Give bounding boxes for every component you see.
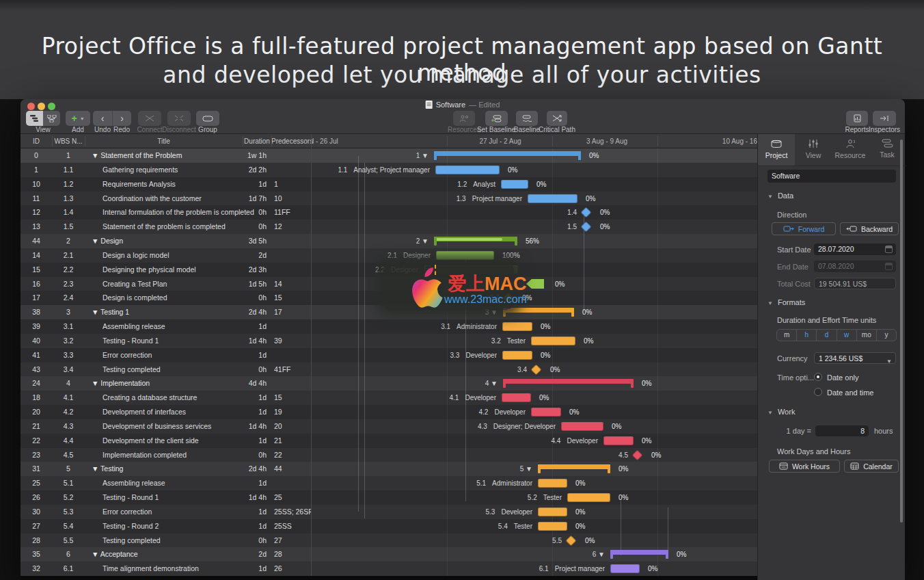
close-window-button[interactable]: [27, 103, 35, 110]
task-row[interactable]: 285.5Testing completed0h27: [21, 533, 757, 548]
inspector-scrollbar[interactable]: [900, 140, 903, 523]
gantt-bar-1.2[interactable]: [501, 180, 528, 189]
task-bars-icon: [882, 139, 893, 148]
baseline-button[interactable]: [516, 111, 538, 126]
view-gantt-button[interactable]: [26, 111, 43, 126]
resources-button[interactable]: [453, 111, 475, 126]
set-baseline-button[interactable]: [485, 111, 508, 126]
gantt-bar-6.1[interactable]: [610, 564, 640, 573]
task-row[interactable]: 131.5Statement of the problem is complet…: [21, 220, 757, 234]
undo-button[interactable]: ‹: [93, 111, 112, 126]
document-icon: [426, 101, 433, 109]
gantt-bar-5.1[interactable]: [538, 479, 567, 488]
connect-button[interactable]: [138, 111, 161, 126]
tab-resource[interactable]: Resource: [832, 134, 869, 166]
gantt-bar-resources: Developer: [494, 408, 526, 417]
start-date-field[interactable]: 28.07.2020: [814, 243, 896, 255]
project-name-field[interactable]: Software: [767, 170, 896, 183]
gantt-bar-4.1[interactable]: [502, 393, 531, 402]
gantt-bar-1.1[interactable]: [435, 166, 500, 174]
time-units-segmented-control[interactable]: mhdwmoy: [776, 329, 897, 341]
inspectors-button[interactable]: [873, 111, 896, 126]
calendar-icon[interactable]: [885, 246, 893, 253]
week-header-label: 3 Aug - 9 Aug: [566, 134, 648, 148]
day-hours-field[interactable]: 8: [815, 425, 869, 436]
group-button[interactable]: [196, 111, 219, 126]
tab-project[interactable]: Project: [758, 134, 795, 166]
gantt-summary-6[interactable]: [610, 550, 668, 559]
gantt-bar-4.4[interactable]: [603, 436, 634, 445]
task-wbs-cell: 4.5: [52, 448, 85, 462]
disconnect-button[interactable]: [167, 111, 191, 126]
tab-view[interactable]: View: [795, 134, 832, 166]
gantt-bar-label: 4.1Developer: [318, 393, 496, 402]
column-header-id[interactable]: ID: [21, 134, 52, 148]
currency-dropdown[interactable]: 1 234.56 US$▼: [814, 352, 896, 364]
gantt-bar-2.1[interactable]: [436, 251, 494, 260]
task-id-cell: 21: [21, 419, 52, 434]
task-row[interactable]: 234.5Implementation completed0h22: [21, 448, 757, 462]
task-row[interactable]: 326.1Time alignment demonstration1d26: [21, 562, 757, 576]
group-label: Group: [198, 126, 217, 133]
task-row[interactable]: 315▼ Testing2d 4h44: [21, 462, 757, 476]
forward-direction-button[interactable]: Forward: [772, 222, 836, 235]
gantt-bar-resources: Developer: [465, 393, 496, 402]
time-unit-mo[interactable]: mo: [857, 330, 877, 341]
reports-button[interactable]: [846, 111, 868, 126]
task-id-cell: 11: [21, 192, 52, 206]
view-network-button[interactable]: [43, 111, 60, 126]
column-header-duration[interactable]: Duration: [243, 134, 271, 148]
minimize-window-button[interactable]: [38, 103, 45, 110]
gantt-bar-5.2[interactable]: [567, 493, 610, 502]
task-duration-cell: 1d: [222, 562, 267, 576]
time-unit-h[interactable]: h: [797, 330, 817, 341]
gantt-summary-1[interactable]: [434, 151, 581, 160]
gantt-summary-2[interactable]: [434, 237, 517, 246]
time-unit-y[interactable]: y: [877, 330, 896, 341]
time-unit-d[interactable]: d: [817, 330, 837, 341]
redo-button[interactable]: ›: [112, 111, 131, 126]
task-row[interactable]: 121.4Internal formulation of the problem…: [21, 205, 757, 220]
section-work[interactable]: ▼Work: [767, 408, 795, 416]
critical-path-button[interactable]: [547, 111, 567, 126]
calendar-button[interactable]: Calendar: [844, 460, 899, 473]
task-duration-cell: 1d: [222, 319, 267, 334]
gantt-bar-1.3[interactable]: [528, 194, 578, 203]
section-data[interactable]: ▼Data: [767, 192, 793, 200]
week-gridline: [657, 148, 658, 576]
task-row[interactable]: 433.4Testing completed0h41FF: [21, 362, 757, 377]
gantt-bar-3.1[interactable]: [502, 322, 532, 331]
gantt-bar-5.4[interactable]: [538, 522, 567, 531]
column-header-predecessors[interactable]: Predecessors: [271, 134, 311, 148]
gantt-bar-3.3[interactable]: [502, 351, 532, 360]
task-predecessors-cell: 19: [274, 405, 311, 419]
gantt-percent-label: 100%: [502, 251, 520, 260]
gantt-view-icon: [30, 115, 39, 122]
column-header-wbs[interactable]: WBS N...: [52, 134, 85, 148]
add-label: Add: [72, 126, 84, 133]
table-gantt-divider[interactable]: [311, 134, 312, 580]
add-task-button[interactable]: + ▼: [66, 111, 90, 126]
radio-date-and-time[interactable]: [814, 388, 822, 396]
backward-direction-button[interactable]: Backward: [840, 222, 899, 235]
task-duration-cell: 1d: [222, 505, 267, 519]
task-wbs-cell: 6: [52, 547, 85, 562]
gantt-summary-4[interactable]: [503, 379, 634, 388]
gantt-bar-label: 4.3Designer; Developer: [378, 422, 556, 431]
task-row[interactable]: 442▼ Design3d 5h: [21, 234, 757, 248]
gantt-summary-3[interactable]: [503, 308, 574, 317]
work-hours-button[interactable]: Work Hours: [769, 460, 840, 473]
section-formats[interactable]: ▼Formats: [767, 298, 805, 306]
task-row[interactable]: 01▼ Statement of the Problem1w 1h: [21, 148, 757, 163]
radio-date-only[interactable]: [814, 373, 822, 381]
gantt-bar-4.2[interactable]: [531, 408, 561, 417]
gantt-summary-5[interactable]: [538, 464, 610, 473]
gantt-bar-5.3[interactable]: [538, 508, 567, 516]
gantt-bar-4.3[interactable]: [561, 422, 603, 431]
time-unit-w[interactable]: w: [837, 330, 857, 341]
zoom-window-button[interactable]: [48, 103, 55, 110]
gantt-bar-3.2[interactable]: [531, 337, 575, 345]
direction-label: Direction: [777, 211, 806, 219]
column-header-title[interactable]: Title: [85, 134, 243, 148]
time-unit-m[interactable]: m: [777, 330, 797, 341]
